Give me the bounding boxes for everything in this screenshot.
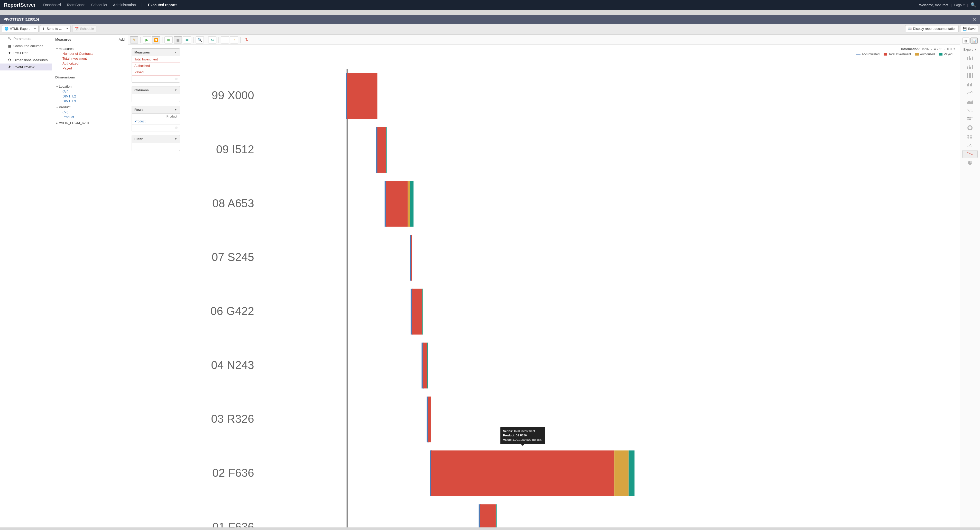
measure-total-investment[interactable]: Total Investment <box>62 57 87 61</box>
auto-run-button[interactable]: ⏩ <box>152 36 160 43</box>
svg-rect-40 <box>422 289 423 335</box>
nav-dashboard[interactable]: Dashboard <box>43 3 61 7</box>
dz-filter-slot[interactable] <box>132 143 180 150</box>
chart-type-bubble[interactable] <box>962 133 978 140</box>
svg-rect-78 <box>972 65 973 69</box>
svg-point-89 <box>969 111 970 112</box>
svg-marker-87 <box>967 100 973 104</box>
dim-location-l2[interactable]: DIM1_L2 <box>62 94 76 98</box>
dim-validfrom-group[interactable]: ▶VALID_FROM_DATE <box>56 120 124 125</box>
measures-group[interactable]: ▼measures <box>56 46 124 51</box>
send-to-button[interactable]: ⬆ Send to ... ▼ <box>40 25 71 32</box>
search-icon[interactable]: 🔍 <box>970 2 976 8</box>
schedule-button: 📅 Schedule <box>72 25 96 32</box>
chart-type-pie[interactable] <box>962 159 978 167</box>
legend-total-investment: Total Investment <box>884 53 911 56</box>
svg-rect-81 <box>970 73 971 78</box>
svg-rect-77 <box>970 67 971 69</box>
sidebar-item-dimensions-measures[interactable]: ⚙Dimensions/Measures <box>0 56 52 64</box>
dz-measure-authorized[interactable]: Authorized <box>132 63 180 69</box>
svg-rect-45 <box>427 343 428 388</box>
swap-axes-button[interactable]: ⇄ <box>183 36 191 43</box>
dz-measure-total-investment[interactable]: Total Investment <box>132 56 180 63</box>
measure-number-of-contracts[interactable]: Number of Contracts <box>62 52 93 56</box>
chevron-down-icon[interactable]: ▼ <box>32 27 36 30</box>
sidebar-item-parameters[interactable]: ✎Parameters <box>0 35 52 42</box>
drill-down-button[interactable]: ↓ <box>221 36 229 43</box>
save-button[interactable]: 💾 Save <box>960 25 978 32</box>
export-dropdown[interactable]: Export ▼ <box>961 48 978 54</box>
dz-measure-payed[interactable]: Payed <box>132 69 180 76</box>
dz-rows-slot[interactable] <box>132 125 180 131</box>
dim-location-group[interactable]: ▼Location <box>56 84 124 89</box>
dropzone-rows[interactable]: Rows▼ Product Product <box>132 106 180 131</box>
table-view-button[interactable]: ▦ <box>962 38 969 44</box>
dim-product-group[interactable]: ▼Product <box>56 105 124 110</box>
logout-link[interactable]: Logout <box>954 3 964 7</box>
add-measure-button[interactable]: Add <box>119 38 125 42</box>
chart-type-donut[interactable] <box>962 124 978 132</box>
chart-type-scatter[interactable] <box>962 141 978 149</box>
chevron-down-icon[interactable]: ▼ <box>64 27 68 30</box>
dropzone-filter[interactable]: Filter▼ <box>132 135 180 151</box>
arrow-down-icon: ↓ <box>224 38 226 42</box>
dropzone-columns[interactable]: Columns▼ <box>132 86 180 102</box>
pencil-icon: ✎ <box>133 38 136 42</box>
dropzone-measures[interactable]: Measures▼ Total Investment Authorized Pa… <box>132 48 180 83</box>
sidebar-item-pre-filter[interactable]: ▼Pre-Filter <box>0 49 52 56</box>
table-icon: ▦ <box>964 39 967 43</box>
nav-executed-reports[interactable]: Executed reports <box>148 3 177 7</box>
chart-view-button[interactable]: 📊 <box>970 38 978 44</box>
svg-point-103 <box>968 146 969 147</box>
svg-point-101 <box>967 137 969 139</box>
drill-up-button[interactable]: ↑ <box>230 36 238 43</box>
chart-type-100-bar[interactable] <box>962 72 978 79</box>
chart-type-dot[interactable] <box>962 107 978 114</box>
svg-rect-31 <box>410 181 414 227</box>
dim-product-all[interactable]: (All) <box>62 110 68 114</box>
logo: ReportServer <box>4 2 35 8</box>
svg-rect-83 <box>967 85 968 86</box>
html-export-button[interactable]: 🌐 HTML-Export ▼ <box>2 25 38 32</box>
chart-type-bar[interactable] <box>962 54 978 62</box>
dz-columns-slot[interactable] <box>132 94 180 101</box>
hide-parents-button[interactable]: ⊞ <box>164 36 173 43</box>
svg-rect-96 <box>967 118 969 120</box>
dim-location-l3[interactable]: DIM1_L3 <box>62 99 76 103</box>
legend-swatch-line <box>856 54 861 54</box>
chart-canvas[interactable]: −500,000,0000500,000,0001,000,000,0001,5… <box>183 57 958 527</box>
sidebar-item-computed-columns[interactable]: ▦Computed columns <box>0 42 52 49</box>
chart-type-stacked-bar[interactable] <box>962 63 978 70</box>
nav-administration[interactable]: Administration <box>113 3 136 7</box>
run-button[interactable]: ▶ <box>143 36 151 43</box>
reset-button[interactable]: ↻ <box>243 36 251 43</box>
welcome-text: Welcome, root, root <box>919 3 948 7</box>
chart-type-multi[interactable] <box>962 80 978 88</box>
measure-authorized[interactable]: Authorized <box>62 61 78 65</box>
edit-mode-button[interactable]: ✎ <box>130 36 138 43</box>
report-toolbar: 🌐 HTML-Export ▼ ⬆ Send to ... ▼ 📅 Schedu… <box>0 24 980 34</box>
svg-text:99 X000: 99 X000 <box>212 89 254 102</box>
nav-teamspace[interactable]: TeamSpace <box>67 3 86 7</box>
dim-location-all[interactable]: (All) <box>62 89 68 93</box>
measure-payed[interactable]: Payed <box>62 66 72 70</box>
chart-type-area[interactable] <box>962 98 978 105</box>
chart-type-heatmap[interactable] <box>962 115 978 123</box>
legend-swatch <box>915 53 919 56</box>
dz-rows-caption: Product <box>132 114 180 118</box>
svg-rect-108 <box>967 152 969 153</box>
display-doc-button[interactable]: 📖 Display report documentation <box>905 25 959 32</box>
dz-row-product[interactable]: Product <box>132 118 180 125</box>
sidebar-item-pivot-preview[interactable]: 👁Pivot/Preview <box>0 64 52 70</box>
chart-type-line[interactable] <box>962 89 978 97</box>
zoom-button[interactable]: 🔍 <box>196 36 204 43</box>
svg-rect-43 <box>423 343 427 388</box>
dz-measure-slot[interactable] <box>132 76 180 82</box>
svg-rect-34 <box>411 235 412 281</box>
dim-product-product[interactable]: Product <box>62 115 74 119</box>
nav-scheduler[interactable]: Scheduler <box>91 3 107 7</box>
non-empty-button[interactable]: ▦ <box>174 36 182 43</box>
chart-type-waterfall[interactable] <box>962 150 978 158</box>
query-button[interactable]: 🏷 <box>208 36 216 43</box>
close-icon[interactable]: ✕ <box>972 16 977 22</box>
